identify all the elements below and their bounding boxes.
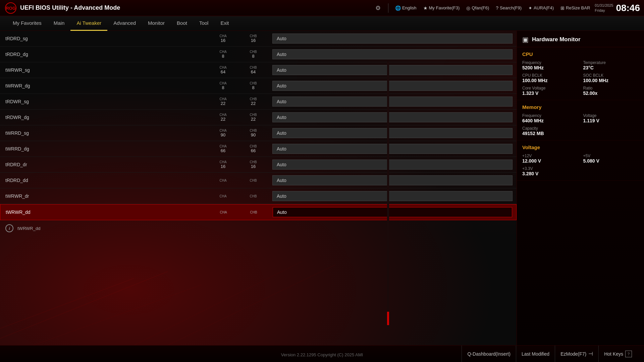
search-icon: ? <box>496 5 498 11</box>
nav-main[interactable]: Main <box>48 16 71 31</box>
cha-col: CHA <box>208 188 238 204</box>
language-button[interactable]: 🌐 English <box>393 5 419 11</box>
nav-ai-tweaker[interactable]: Ai Tweaker <box>70 16 107 31</box>
nav-boot[interactable]: Boot <box>171 16 193 31</box>
v12-label: +12V <box>522 154 578 158</box>
settings-icon[interactable]: ⚙ <box>375 4 381 12</box>
setting-col[interactable]: Auto <box>268 47 517 62</box>
chb-col: CHB 8 <box>238 78 268 94</box>
cpu-freq-value: 5200 MHz <box>522 65 578 70</box>
svg-line-2 <box>0 278 134 328</box>
mem-cap-label: Capacity <box>522 126 578 131</box>
mem-cap-value: 49152 MB <box>522 131 578 136</box>
setting-col[interactable]: Auto <box>268 157 517 172</box>
cpu-temp-value: 23°C <box>583 65 639 70</box>
table-row[interactable]: tWRWR_dg CHA 8 CHB 8 Auto <box>0 78 517 94</box>
setting-col[interactable]: Auto <box>269 204 516 220</box>
table-row[interactable]: tWRWR_sg CHA 64 CHB 64 Auto <box>0 62 517 78</box>
divider-1 <box>388 3 388 13</box>
setting-col[interactable]: Auto <box>268 110 517 125</box>
main-layout: tRDRD_sg CHA 16 CHB 16 Auto tRDRD_dg CHA <box>0 31 644 345</box>
voltage-grid: +12V 12.000 V +5V 5.080 V +3.3V 3.280 V <box>522 154 639 176</box>
setting-col[interactable]: Auto <box>268 62 517 78</box>
mem-volt-label: Voltage <box>583 113 639 118</box>
chb-col: CHB <box>238 204 269 220</box>
top-bar: ROG UEFI BIOS Utility - Advanced Mode ⚙ … <box>0 0 644 16</box>
table-row[interactable]: tRDRD_sg CHA 16 CHB 16 Auto <box>0 31 517 47</box>
cha-col: CHA 8 <box>208 47 238 62</box>
myfav-button[interactable]: ★ My Favorite(F3) <box>421 5 462 11</box>
nav-exit[interactable]: Exit <box>214 16 235 31</box>
table-row[interactable]: tRDWR_dg CHA 22 CHB 22 Auto <box>0 110 517 125</box>
mem-volt-value: 1.119 V <box>583 118 639 123</box>
cha-col: CHA 16 <box>208 31 238 46</box>
setting-col[interactable]: Auto <box>268 94 517 109</box>
cpu-bclk-label: CPU BCLK <box>522 73 578 78</box>
table-row[interactable]: tRDRD_dd CHA CHB Auto <box>0 173 517 188</box>
ratio-item: Ratio 52.00x <box>583 86 639 96</box>
cpu-bclk-item: CPU BCLK 100.00 MHz <box>522 73 578 83</box>
search-button[interactable]: ? Search(F9) <box>494 5 524 11</box>
datetime-area: 01/31/2025 Friday <box>595 3 613 13</box>
cha-col: CHA 64 <box>208 62 238 78</box>
chb-col: CHB 90 <box>238 125 268 141</box>
fan-icon: ◎ <box>466 5 470 11</box>
info-text: tWRWR_dd <box>17 226 40 231</box>
nav-advanced[interactable]: Advanced <box>107 16 142 31</box>
cha-col: CHA <box>208 204 238 220</box>
cpu-bclk-value: 100.00 MHz <box>522 78 578 83</box>
aura-button[interactable]: ✦ AURA(F4) <box>526 5 556 11</box>
star-icon: ★ <box>423 5 428 11</box>
setting-col[interactable]: Auto <box>268 173 517 188</box>
svg-line-5 <box>134 261 302 345</box>
setting-col[interactable]: Auto <box>268 31 517 46</box>
hotkeys-icon: ? <box>625 351 632 357</box>
globe-icon: 🌐 <box>395 5 401 11</box>
setting-col[interactable]: Auto <box>268 125 517 141</box>
resizebar-button[interactable]: ⊞ ReSize BAR <box>558 5 592 11</box>
info-row: i tWRWR_dd <box>0 220 517 236</box>
row-name: tWRWR_dd <box>0 204 208 220</box>
cha-col: CHA 22 <box>208 110 238 125</box>
memory-section-title: Memory <box>522 104 639 110</box>
table-row[interactable]: tRDRD_dg CHA 8 CHB 8 Auto <box>0 47 517 62</box>
cpu-grid: Frequency 5200 MHz Temperature 23°C CPU … <box>522 60 639 96</box>
core-volt-label: Core Voltage <box>522 86 578 90</box>
qfan-button[interactable]: ◎ Qfan(F6) <box>464 5 491 11</box>
ratio-label: Ratio <box>583 86 639 90</box>
cha-col: CHA <box>208 173 238 188</box>
chb-col: CHB 16 <box>238 157 268 172</box>
table-row[interactable]: tWRRD_dg CHA 66 CHB 66 Auto <box>0 141 517 157</box>
table-row[interactable]: tRDRD_dr CHA 16 CHB 16 Auto <box>0 157 517 173</box>
ezmode-button[interactable]: EzMode(F7) ⊣ <box>555 346 598 362</box>
table-row[interactable]: tWRRD_sg CHA 90 CHB 90 Auto <box>0 125 517 141</box>
cha-col: CHA 16 <box>208 157 238 172</box>
scroll-thumb[interactable] <box>387 312 389 325</box>
nav-tool[interactable]: Tool <box>193 16 215 31</box>
setting-col[interactable]: Auto <box>268 188 517 204</box>
setting-col[interactable]: Auto <box>268 78 517 94</box>
core-volt-value: 1.323 V <box>522 90 578 96</box>
cpu-section-title: CPU <box>522 51 639 57</box>
chb-col: CHB 22 <box>238 110 268 125</box>
svg-line-3 <box>0 272 168 339</box>
cha-col: CHA 22 <box>208 94 238 109</box>
nav-monitor[interactable]: Monitor <box>142 16 171 31</box>
version-text: Version 2.22.1295 Copyright (C) 2025 AMI <box>281 352 363 357</box>
hotkeys-button[interactable]: Hot Keys ? <box>598 346 637 362</box>
nav-my-favorites[interactable]: My Favorites <box>7 16 48 31</box>
cha-col: CHA 8 <box>208 78 238 94</box>
mem-freq-value: 6400 MHz <box>522 118 578 123</box>
svg-text:ROG: ROG <box>6 6 16 11</box>
qdash-button[interactable]: Q-Dashboard(Insert) <box>462 346 516 362</box>
memory-grid: Frequency 6400 MHz Voltage 1.119 V Capac… <box>522 113 639 136</box>
cha-col: CHA 90 <box>208 125 238 141</box>
mem-freq-label: Frequency <box>522 113 578 118</box>
info-icon: i <box>5 224 13 232</box>
table-row[interactable]: tWRWR_dr CHA CHB Auto <box>0 188 517 204</box>
setting-col[interactable]: Auto <box>268 141 517 157</box>
table-row-selected[interactable]: tWRWR_dd CHA CHB Auto <box>0 204 517 220</box>
lastmod-button[interactable]: Last Modified <box>516 346 555 362</box>
table-row[interactable]: tRDWR_sg CHA 22 CHB 22 Auto <box>0 94 517 110</box>
scrollbar[interactable] <box>387 62 389 328</box>
